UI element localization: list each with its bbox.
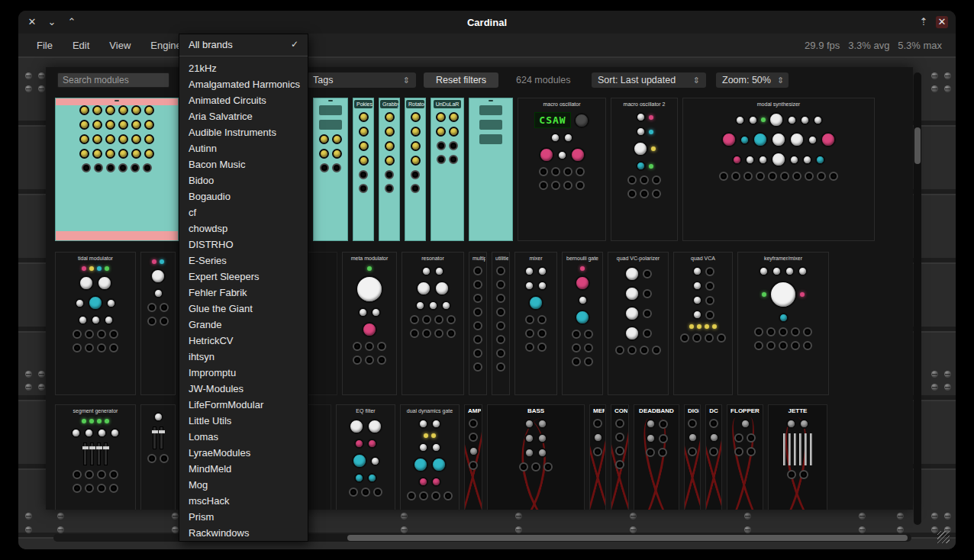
brand-menu-item-glue-the-giant[interactable]: Glue the Giant (179, 301, 308, 317)
module-eq-filter[interactable]: EQ filter (336, 404, 395, 510)
chevron-down-icon[interactable]: ⌄ (46, 16, 58, 28)
module-deco-row (734, 447, 756, 456)
brand-menu-item-chowdsp[interactable]: chowdsp (179, 220, 308, 237)
menu-file[interactable]: File (29, 37, 60, 54)
reset-filters-button[interactable]: Reset filters (424, 72, 498, 88)
brand-menu-item-animated-circuits[interactable]: Animated Circuits (179, 92, 308, 108)
brand-menu-item-rackwindows[interactable]: Rackwindows (179, 525, 308, 541)
jack-port-icon (353, 342, 362, 351)
module-quad-vc-polarizer[interactable]: quad VC-polarizer (608, 252, 669, 395)
brand-menu-item-little-utils[interactable]: Little Utils (179, 413, 308, 429)
module-bernoulli-gate[interactable]: bernoulli gate (562, 252, 603, 395)
menu-edit[interactable]: Edit (65, 37, 97, 54)
module-deco-row (692, 310, 714, 320)
module-dual-dynamics-gate[interactable]: dual dynamics gate (400, 404, 460, 510)
menu-view[interactable]: View (102, 37, 138, 54)
brand-menu-item-lyraemodules[interactable]: LyraeModules (179, 445, 308, 461)
resize-grip[interactable] (937, 531, 950, 543)
module-quad-vca[interactable]: quad VCA (673, 252, 733, 395)
module-card[interactable] (140, 404, 176, 510)
vertical-scrollbar-thumb[interactable] (914, 127, 921, 164)
brand-menu-item-hetrickcv[interactable]: HetrickCV (179, 333, 308, 349)
module-jette[interactable]: JETTE (768, 404, 827, 510)
brand-menu-item-cf[interactable]: cf (179, 204, 308, 220)
module-keyframer-mixer[interactable]: keyframer/mixer (737, 252, 829, 395)
brand-menu-item-ihtsyn[interactable]: ihtsyn (179, 349, 308, 365)
jack-port-icon (615, 460, 624, 469)
brand-menu-item-fehler-fabrik[interactable]: Fehler Fabrik (179, 285, 308, 301)
double-chevron-up-icon[interactable]: ⇡ (918, 16, 930, 28)
brand-menu-item-bogaudio[interactable]: Bogaudio (179, 188, 308, 204)
brand-menu-item-distrho[interactable]: DISTRHO (179, 237, 308, 253)
module-undular[interactable]: UnDuLaR (431, 98, 464, 241)
module-rotatoes[interactable]: Rotatoes (405, 98, 426, 241)
knob-icon (434, 266, 444, 276)
sort-dropdown[interactable]: Sort: Last updated ⇕ (592, 72, 706, 88)
brand-menu-item-e-series[interactable]: E-Series (179, 253, 308, 269)
brand-menu-item-expert-sleepers[interactable]: Expert Sleepers (179, 269, 308, 285)
brand-menu-item-bacon-music[interactable]: Bacon Music (179, 156, 308, 172)
brand-menu-item-21khz[interactable]: 21kHz (179, 60, 308, 76)
module-pokies[interactable]: Pokies (353, 98, 374, 241)
module-title: Grabby (380, 100, 398, 108)
brand-menu-item-amalgamated-harmonics[interactable]: Amalgamated Harmonics (179, 76, 308, 92)
module-mixer[interactable]: mixer (514, 252, 557, 395)
brand-menu-item-audible-instruments[interactable]: Audible Instruments (179, 124, 308, 140)
horizontal-scrollbar-thumb[interactable] (347, 535, 908, 541)
brand-menu-item-aria-salvatrice[interactable]: Aria Salvatrice (179, 108, 308, 124)
module-deadband[interactable]: DEADBAND (634, 404, 679, 510)
module-amp[interactable]: AMP (464, 404, 482, 510)
module-flopper[interactable]: FLOPPER (727, 404, 763, 510)
brand-menu-item-bidoo[interactable]: Bidoo (179, 172, 308, 188)
knob-icon (362, 322, 377, 337)
search-input[interactable] (57, 72, 169, 88)
brand-menu-item-impromptu[interactable]: Impromptu (179, 365, 308, 381)
module-utilities[interactable]: utilities (492, 252, 510, 395)
module-macro-oscillator-2[interactable]: macro oscillator 2 (611, 98, 678, 241)
brand-menu-item-jw-modules[interactable]: JW-Modules (179, 381, 308, 397)
module-card[interactable] (140, 252, 176, 395)
brand-menu-item-mindmeld[interactable]: MindMeld (179, 461, 308, 477)
module-meta-modulator[interactable]: meta modulator (342, 252, 397, 395)
chevron-up-icon[interactable]: ⌃ (66, 16, 78, 28)
module-dc[interactable]: DC (705, 404, 722, 510)
module-deco-row (572, 357, 593, 366)
knob-icon (71, 428, 81, 438)
close-box-icon[interactable]: ✕ (936, 16, 948, 28)
jack-port-icon (73, 484, 82, 493)
brand-menu-item-mschack[interactable]: mscHack (179, 493, 308, 509)
module-card[interactable] (55, 98, 179, 241)
module-macro-oscillator[interactable]: macro oscillatorCSAW (518, 98, 606, 241)
window-controls-right: ⇡ ✕ (918, 16, 948, 28)
module-conv[interactable]: CONV (611, 404, 629, 510)
close-icon[interactable]: ✕ (26, 16, 38, 28)
brand-menu-item-autinn[interactable]: Autinn (179, 140, 308, 156)
brand-menu-item-mog[interactable]: Mog (179, 477, 308, 493)
brand-menu-item-lomas[interactable]: Lomas (179, 429, 308, 445)
brand-menu-item-lifeformmodular[interactable]: LifeFormModular (179, 397, 308, 413)
module-modal-synthesizer[interactable]: modal synthesizer (682, 98, 875, 241)
jack-port-icon (353, 356, 362, 365)
module-card[interactable] (469, 98, 513, 241)
brand-menu-item-grande[interactable]: Grande (179, 317, 308, 333)
module-bass[interactable]: BASS (487, 404, 585, 510)
module-deco-row (469, 433, 478, 442)
tags-dropdown[interactable]: Tags ⇕ (307, 72, 416, 88)
vertical-scrollbar[interactable] (914, 72, 921, 525)
jack-port-icon (447, 329, 456, 338)
module-card[interactable] (313, 98, 348, 241)
module-resonator[interactable]: resonator (402, 252, 464, 395)
module-deco-row (519, 462, 553, 471)
module-deco-row (436, 127, 459, 137)
jack-port-icon (437, 141, 446, 150)
zoom-dropdown[interactable]: Zoom: 50% ⇕ (716, 72, 789, 88)
module-grabby[interactable]: Grabby (379, 98, 400, 241)
module-mera[interactable]: MERA (589, 404, 606, 510)
module-multiples[interactable]: multiples (469, 252, 487, 395)
slider-icon (83, 443, 87, 465)
brand-menu-item-prism[interactable]: Prism (179, 509, 308, 525)
module-tidal-modulator[interactable]: tidal modulator (55, 252, 136, 395)
module-segment-generator[interactable]: segment generator (55, 404, 136, 510)
brand-menu-item-all-brands[interactable]: All brands ✓ (179, 36, 308, 53)
module-digi[interactable]: DIGI (684, 404, 701, 510)
